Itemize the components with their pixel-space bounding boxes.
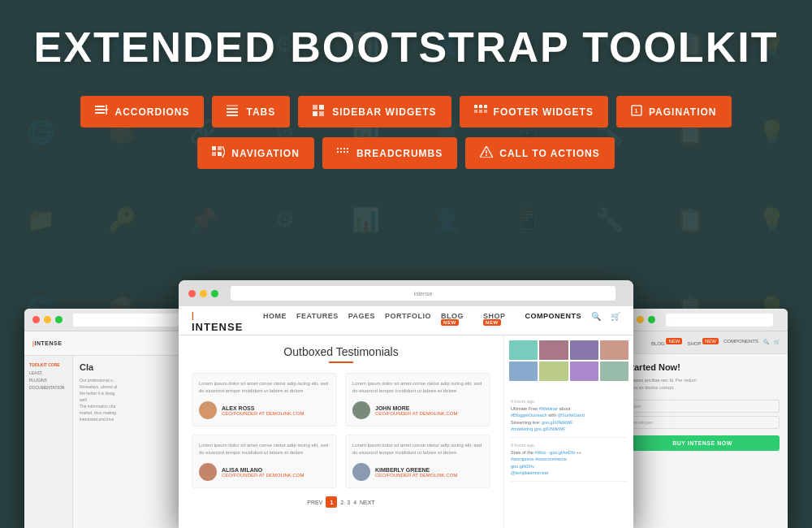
address-bar-right [666,314,773,327]
svg-rect-34 [347,151,348,153]
testimonials-section: Outboxed Testimonials Lorem ipsum dolor … [179,335,503,528]
main-address-bar: intense [231,286,615,301]
maximize-dot-right [648,316,655,323]
page-2: 2 [340,500,343,505]
screenshot-main: intense | INTENSE HOME FEATURES PAGES PO… [179,280,633,528]
svg-rect-10 [319,105,324,110]
right-blog: BLOG NEW [651,339,682,346]
accordions-button[interactable]: ACCORDIONS [80,96,204,128]
author-info-john: JOHN MORE CEO/FOUNDER AT DEMOLINK.COM [375,405,457,416]
pagination-icon: 1 [631,105,642,119]
svg-rect-14 [479,105,482,108]
social-item-1: 4 hours ago Ultimate Free #Webinar about… [511,399,627,438]
page-4: 4 [353,500,356,505]
page-1: 1 [326,496,337,508]
user-input-field: User [625,400,780,413]
maximize-dot-main [211,290,218,297]
left-body: TOOLKIT CORE LEAST PLUGINS DOCUMENTATION… [24,356,195,528]
social-column: 4 hours ago Ultimate Free #Webinar about… [503,335,633,528]
svg-rect-12 [319,111,324,116]
right-description: monases ancillae nec Id. Per redum d, se… [625,377,780,392]
footer-widgets-icon [474,105,487,119]
left-body-text: Our professional s... Nowadays, almost a… [80,377,188,422]
avatar-alisa [199,463,217,481]
main-body: Outboxed Testimonials Lorem ipsum dolor … [179,335,633,528]
sidebar-widgets-button[interactable]: SIDEBAR WIDGETS [298,96,451,128]
minimize-dot-right [637,316,644,323]
svg-rect-31 [337,151,339,153]
sidebar-widgets-label: SIDEBAR WIDGETS [332,106,436,118]
svg-rect-5 [227,105,238,106]
svg-rect-30 [347,148,348,149]
testimonial-card-3: Lorem ipsum dolor sit amet conse ctetur … [192,435,337,488]
developer-input-field: Developer [625,416,780,429]
minimize-dot-left [44,316,51,323]
tabs-button[interactable]: TABS [212,96,290,128]
avatar-kimberly [352,463,370,481]
footer-widgets-button[interactable]: FOOTER WIDGETS [460,96,608,128]
svg-rect-6 [227,108,238,110]
avatar-john [352,401,370,419]
right-nav-links: BLOG NEW SHOP NEW COMPONENTS 🔍 🛒 [651,339,780,346]
svg-rect-16 [474,110,477,113]
photo-3 [570,340,598,360]
nav-portfolio: PORTFOLIO [385,312,431,329]
svg-rect-11 [313,111,317,116]
buttons-row-2: NAVIGATION BREADCRUMBS [197,137,614,169]
main-brand: | INTENSE [192,309,247,333]
accordions-icon [95,105,108,119]
right-components: COMPONENTS [723,339,758,346]
call-to-actions-button[interactable]: CALL TO ACTIONS [465,137,614,169]
sidebar-link-docs: DOCUMENTATION [29,385,67,390]
testimonial-text-2: Lorem ipsum dolor sit amet conse ctetur … [352,380,483,395]
svg-rect-24 [218,152,222,156]
buttons-row-1: ACCORDIONS TABS [80,96,731,128]
testimonials-title: Outboxed Testimonials [192,345,490,358]
right-search-icon: 🔍 [763,339,769,346]
main-browser-chrome: intense [179,280,633,306]
breadcrumbs-label: BREADCRUMBS [356,148,443,159]
maximize-dot-left [55,316,63,323]
accordions-label: ACCORDIONS [114,106,189,118]
photo-8 [600,361,628,381]
author-info-alex: ALEX ROSS CEO/FOUNDER AT DEMOLINK.COM [222,405,304,416]
sidebar-link-least: LEAST [29,370,67,375]
testimonial-author-3: ALISA MILANO CEO/FOUNDER AT DEMOLINK.COM [199,463,330,481]
call-to-actions-label: CALL TO ACTIONS [499,148,599,159]
testimonial-text-4: Lorem ipsum dolor sit amet conse ctetur … [352,442,483,457]
testimonial-author-2: JOHN MORE CEO/FOUNDER AT DEMOLINK.COM [352,401,483,419]
left-brand: |INTENSE [32,340,62,346]
nav-features: FEATURES [296,312,339,329]
svg-rect-33 [343,151,345,153]
navigation-button[interactable]: NAVIGATION [197,137,314,169]
browser-chrome-left [24,309,195,331]
breadcrumbs-button[interactable]: BREADCRUMBS [322,137,457,169]
social-time-1: 4 hours ago [511,399,627,404]
left-sidebar: TOOLKIT CORE LEAST PLUGINS DOCUMENTATION [24,356,73,528]
photo-6 [539,361,568,381]
author-name-john: JOHN MORE [375,405,457,411]
main-nav-links: HOME FEATURES PAGES PORTFOLIO BLOG NEW S… [263,312,620,329]
nav-pages: PAGES [348,312,375,329]
social-text-2: Stats of the #Woo ~goo.gl/keDhi ++ #word… [511,449,627,476]
author-role-alisa: CEO/FOUNDER AT DEMOLINK.COM [222,473,304,478]
right-cart-icon: 🛒 [774,339,780,346]
address-bar-left [73,314,180,327]
navigation-label: NAVIGATION [231,148,300,159]
nav-components: COMPONENTS [525,312,581,329]
photo-grid [504,335,633,386]
svg-rect-9 [313,105,317,110]
browser-chrome-right [617,309,788,331]
sidebar-link-plugins: PLUGINS [29,378,67,383]
svg-rect-18 [484,110,487,113]
author-name-kimberly: KIMBERLY GREENE [375,467,457,473]
buy-now-button[interactable]: BUY INTENSE NOW [625,435,780,451]
testimonial-author-4: KIMBERLY GREENE CEO/FOUNDER AT DEMOLINK.… [352,463,483,481]
social-item-2: 8 hours ago Stats of the #Woo ~goo.gl/ke… [511,443,627,482]
svg-rect-7 [227,111,238,113]
testimonial-card-2: Lorem ipsum dolor sit amet conse ctetur … [345,373,490,426]
svg-rect-28 [340,148,342,149]
pagination-button[interactable]: 1 PAGINATION [616,96,732,128]
svg-rect-0 [95,106,105,107]
right-shop: SHOP NEW [687,339,719,346]
